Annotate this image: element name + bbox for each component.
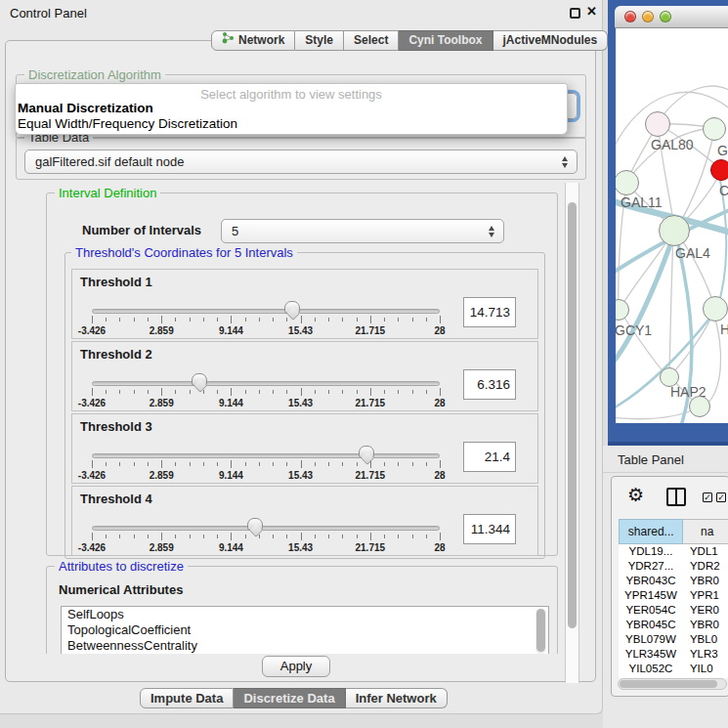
slider-thumb[interactable] [359,446,374,458]
network-node[interactable] [616,299,629,321]
slider-track[interactable] [92,309,440,314]
cell-name[interactable]: YPR1 [683,588,728,603]
cell-name[interactable]: YIL0 [683,662,728,676]
apply-button[interactable]: Apply [262,656,330,677]
threshold-slider[interactable]: -3.4262.8599.14415.4321.71528 [92,516,440,555]
threshold-value-field[interactable]: 6.316 [463,369,516,400]
algorithm-dropdown-popup: Select algorithm to view settings Manual… [15,83,568,135]
threshold-slider[interactable]: -3.4262.8599.14415.4321.71528 [92,299,440,338]
table-row[interactable]: YBR045CYBR0 [619,618,728,632]
number-of-intervals-combobox[interactable]: 5 [221,219,504,243]
tab-discretize-data[interactable]: Discretize Data [234,688,345,708]
table-horizontal-scrollbar[interactable] [618,678,727,690]
threshold-value-field[interactable]: 21.4 [463,442,516,472]
table-row[interactable]: YDL19...YDL1 [619,544,728,559]
tick-mark [119,390,120,394]
slider-ticks [92,388,440,397]
tab-impute-data[interactable]: Impute Data [140,688,234,708]
column-header-shared-name[interactable]: shared... [619,519,683,544]
tab-jactivemnodules[interactable]: jActiveMNodules [493,30,609,51]
cell-shared-name[interactable]: YPR145W [619,588,683,603]
tab-cyni-toolbox[interactable]: Cyni Toolbox [399,30,492,51]
threshold-slider[interactable]: -3.4262.8599.14415.4321.71528 [92,444,440,483]
network-node[interactable] [645,111,670,137]
panel-vertical-scrollbar[interactable] [565,183,579,683]
slider-track[interactable] [92,381,440,386]
slider-thumb[interactable] [192,373,207,386]
table-row[interactable]: YDR27...YDR2 [619,559,728,574]
network-node-label: GCY1 [616,322,652,338]
list-item[interactable]: SelfLoops [62,607,548,622]
tick-mark [161,316,162,323]
gear-icon[interactable]: ⚙ [627,484,644,506]
dropdown-option-equal-width[interactable]: Equal Width/Frequency Discretization [16,116,567,132]
list-item[interactable]: BetweennessCentrality [62,638,548,654]
table-data-combobox[interactable]: galFiltered.sif default node [24,150,578,174]
tab-style[interactable]: Style [295,30,344,51]
table-panel-card: ⚙ ✓ ✓ shared... na YDL19...YDL1YDR27...Y… [611,476,728,697]
checkbox-icon[interactable]: ✓ [716,492,726,502]
threshold-value-field[interactable]: 11.344 [463,514,516,544]
network-node[interactable] [710,159,728,181]
float-window-icon[interactable] [570,8,580,19]
network-canvas[interactable]: GAL80GACGAL11GAL4GCY1HHAP2 [616,28,728,423]
table-row[interactable]: YBR043CYBR0 [619,574,728,588]
cell-shared-name[interactable]: YDR27... [619,559,683,574]
dropdown-option-manual[interactable]: Manual Discretization [16,101,567,116]
tab-select[interactable]: Select [344,30,399,51]
network-node[interactable] [616,170,639,195]
table-row[interactable]: YER054CYER0 [619,603,728,618]
scrollbar-thumb[interactable] [568,202,577,628]
cell-shared-name[interactable]: YER054C [619,603,683,618]
table-row[interactable]: YPR145WYPR1 [619,588,728,603]
list-item[interactable]: TopologicalCoefficient [62,622,548,638]
minimize-traffic-light-icon[interactable] [642,11,654,22]
slider-track[interactable] [92,453,440,458]
table-row[interactable]: YBL079WYBL0 [619,632,728,647]
scrollbar-thumb[interactable] [620,680,717,688]
cell-name[interactable]: YDR2 [683,559,728,574]
tick-mark [412,535,413,538]
cell-name[interactable]: YBR0 [683,574,728,588]
slider-thumb[interactable] [284,301,300,314]
tick-mark [342,535,343,538]
checkbox-icon[interactable]: ✓ [703,492,712,502]
threshold-slider[interactable]: -3.4262.8599.14415.4321.71528 [92,371,440,410]
cell-name[interactable]: YDL1 [683,544,728,559]
cell-shared-name[interactable]: YDL19... [619,544,683,559]
zoom-traffic-light-icon[interactable] [660,11,671,22]
cell-name[interactable]: YER0 [683,603,728,618]
tick-mark [217,462,218,466]
slider-track[interactable] [92,526,440,531]
network-node[interactable] [703,296,728,321]
table-row[interactable]: YLR345WYLR3 [619,647,728,662]
network-node[interactable] [689,396,710,417]
cell-name[interactable]: YLR3 [683,647,728,662]
column-header-name[interactable]: na [683,519,728,544]
tab-infer-network[interactable]: Infer Network [346,688,448,708]
network-node[interactable] [659,215,690,246]
tab-network[interactable]: Network [211,30,295,51]
table-row[interactable]: YIL052CYIL0 [619,662,728,676]
node-attribute-table[interactable]: shared... na YDL19...YDL1YDR27...YDR2YBR… [619,519,728,678]
numerical-attributes-list[interactable]: SelfLoopsTopologicalCoefficientBetweenne… [61,606,549,654]
tick-mark [301,388,302,396]
cell-shared-name[interactable]: YLR345W [619,647,683,662]
close-icon[interactable]: ✕ [586,4,597,19]
network-window-titlebar[interactable] [615,6,728,28]
list-scrollbar[interactable] [535,609,546,654]
network-node-label: GAL4 [675,245,710,261]
split-table-icon[interactable] [666,488,686,506]
tick-label: 28 [434,398,445,408]
threshold-value-field[interactable]: 14.713 [463,297,516,327]
cell-name[interactable]: YBL0 [683,632,728,647]
close-traffic-light-icon[interactable] [624,11,636,22]
cell-name[interactable]: YBR0 [683,618,728,632]
network-node[interactable] [703,117,726,141]
cell-shared-name[interactable]: YBR043C [619,574,683,588]
tick-mark [175,535,176,538]
cell-shared-name[interactable]: YIL052C [619,662,683,676]
cell-shared-name[interactable]: YBR045C [619,618,683,632]
slider-thumb[interactable] [247,518,263,531]
cell-shared-name[interactable]: YBL079W [619,632,683,647]
